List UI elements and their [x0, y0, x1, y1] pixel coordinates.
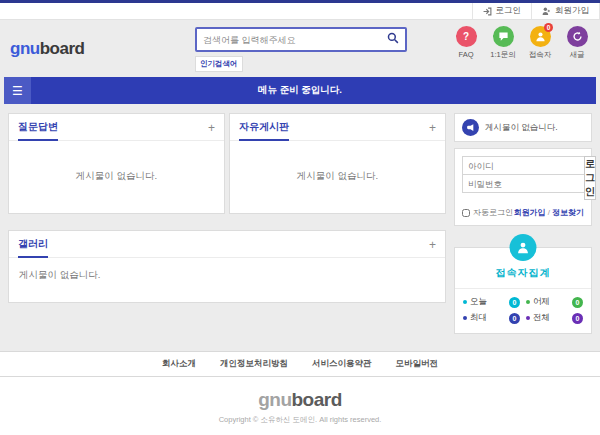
new-posts-button[interactable]: 새글 — [562, 26, 592, 60]
hamburger-icon: ☰ — [12, 84, 23, 98]
megaphone-icon — [462, 119, 479, 136]
stat-value-badge: 0 — [509, 297, 520, 308]
site-logo[interactable]: gnuboard — [10, 39, 84, 59]
visitors-count-badge: 0 — [544, 23, 553, 32]
auto-login-toggle[interactable]: 자동로그인 — [462, 207, 513, 218]
logo-suffix: board — [40, 39, 85, 58]
search-input[interactable] — [203, 35, 387, 45]
menu-button[interactable]: ☰ — [4, 77, 31, 104]
auto-login-checkbox[interactable] — [462, 209, 470, 217]
board-more-free[interactable]: + — [429, 123, 436, 138]
popular-search-badge[interactable]: 인기검색어 — [195, 56, 243, 72]
faq-button[interactable]: ? FAQ — [451, 26, 481, 60]
search-area: 인기검색어 — [195, 27, 407, 72]
stat-value-badge: 0 — [572, 297, 583, 308]
stat-value-badge: 0 — [572, 313, 583, 324]
bullet-icon — [463, 316, 467, 320]
login-submit-button[interactable]: 로그인 — [584, 156, 596, 200]
visitors-label: 접속자 — [525, 50, 555, 60]
search-box — [195, 27, 407, 52]
board-box-free: 자유게시판 + 게시물이 없습니다. — [229, 113, 446, 214]
inquiry-button[interactable]: 1:1문의 — [488, 26, 518, 60]
footer-link-privacy[interactable]: 개인정보처리방침 — [220, 358, 288, 370]
footer: 회사소개 개인정보처리방침 서비스이용약관 모바일버전 gnuboard Cop… — [0, 351, 600, 435]
footer-link-company[interactable]: 회사소개 — [162, 358, 196, 370]
new-posts-label: 새글 — [562, 50, 592, 60]
board-box-qna: 질문답변 + 게시물이 없습니다. — [8, 113, 225, 214]
visitor-stats: 접속자집계 오늘 0 어제 0 최대 0 — [454, 247, 592, 334]
notice-message: 게시물이 없습니다. — [485, 122, 558, 134]
login-box: 로그인 자동로그인 회원가입/정보찾기 — [454, 148, 592, 226]
board-title-gallery[interactable]: 갤러리 — [18, 237, 48, 258]
bullet-icon — [463, 300, 467, 304]
signup-link-label: 회원가입 — [555, 5, 589, 17]
stat-label: 어제 — [533, 296, 572, 308]
board-title-qna[interactable]: 질문답변 — [18, 120, 58, 141]
inquiry-label: 1:1문의 — [488, 50, 518, 60]
signup-link[interactable]: 회원가입 — [531, 3, 600, 19]
stat-yesterday: 어제 0 — [526, 296, 583, 308]
login-link-label: 로그인 — [496, 5, 522, 17]
bullet-icon — [526, 316, 530, 320]
notice-box: 게시물이 없습니다. — [454, 113, 592, 142]
bullet-icon — [526, 300, 530, 304]
visitors-button[interactable]: 0 접속자 — [525, 26, 555, 60]
sidebar: 게시물이 없습니다. 로그인 자동로그인 회원가입/정보찾기 — [454, 113, 592, 362]
search-button[interactable] — [387, 32, 399, 47]
nav-message: 메뉴 준비 중입니다. — [4, 84, 596, 97]
speech-bubble-icon — [493, 26, 514, 47]
stat-value-badge: 0 — [509, 313, 520, 324]
footer-link-terms[interactable]: 서비스이용약관 — [312, 358, 372, 370]
find-info-link[interactable]: 정보찾기 — [552, 208, 584, 217]
footer-logo-suffix: board — [292, 389, 342, 410]
content: 질문답변 + 게시물이 없습니다. 자유게시판 + 게시물이 없습니다. 갤러리… — [0, 104, 600, 362]
gallery-empty-message: 게시물이 없습니다. — [9, 258, 445, 302]
stat-total: 전체 0 — [526, 312, 583, 324]
faq-icon: ? — [456, 26, 477, 47]
stat-label: 최대 — [470, 312, 509, 324]
stat-max: 최대 0 — [463, 312, 520, 324]
quick-icons: ? FAQ 1:1문의 0 접속자 새글 — [451, 26, 592, 60]
main-nav: ☰ 메뉴 준비 중입니다. — [4, 77, 596, 104]
user-plus-icon — [542, 7, 551, 16]
signup-footer-link[interactable]: 회원가입 — [514, 208, 546, 217]
password-field[interactable] — [462, 174, 585, 193]
board-more-qna[interactable]: + — [208, 123, 215, 138]
member-links: 회원가입/정보찾기 — [514, 207, 584, 218]
search-icon — [387, 32, 399, 47]
footer-logo-prefix: gnu — [258, 389, 291, 410]
stat-label: 전체 — [533, 312, 572, 324]
login-icon — [483, 7, 492, 16]
visitor-stats-title: 접속자집계 — [455, 266, 591, 289]
board-title-free[interactable]: 자유게시판 — [239, 120, 289, 141]
visitors-stats-icon — [510, 234, 537, 261]
footer-link-mobile[interactable]: 모바일버전 — [396, 358, 439, 370]
topbar: 로그인 회원가입 — [0, 0, 600, 20]
main-column: 질문답변 + 게시물이 없습니다. 자유게시판 + 게시물이 없습니다. 갤러리… — [8, 113, 446, 362]
copyright-text: Copyright © 소유하신 도메인. All rights reserve… — [0, 411, 600, 435]
logo-prefix: gnu — [10, 39, 40, 58]
login-link[interactable]: 로그인 — [472, 3, 532, 19]
faq-label: FAQ — [451, 50, 481, 59]
header: gnuboard 인기검색어 ? FAQ 1:1문의 0 — [0, 20, 600, 77]
id-field[interactable] — [462, 156, 585, 175]
stat-label: 오늘 — [470, 296, 509, 308]
board-more-gallery[interactable]: + — [429, 240, 436, 255]
footer-logo[interactable]: gnuboard — [0, 377, 600, 411]
refresh-icon — [567, 26, 588, 47]
auto-login-label: 자동로그인 — [473, 207, 513, 218]
board-box-gallery: 갤러리 + 게시물이 없습니다. — [8, 230, 446, 303]
board-empty-message: 게시물이 없습니다. — [9, 141, 224, 213]
board-empty-message: 게시물이 없습니다. — [230, 141, 445, 213]
footer-links: 회사소개 개인정보처리방침 서비스이용약관 모바일버전 — [0, 351, 600, 377]
stat-today: 오늘 0 — [463, 296, 520, 308]
